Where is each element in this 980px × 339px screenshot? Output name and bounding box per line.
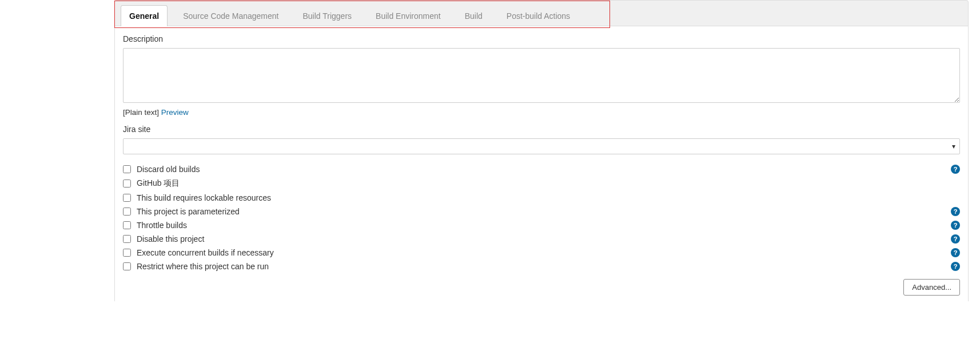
checkbox-label[interactable]: Discard old builds [137, 165, 200, 174]
checkbox-disable-project: Disable this project ? [115, 232, 968, 246]
tab-post-build-actions[interactable]: Post-build Actions [498, 5, 579, 26]
checkbox-label[interactable]: This project is parameterized [137, 207, 240, 216]
help-icon[interactable]: ? [951, 262, 960, 271]
checkbox-input-concurrent-builds[interactable] [123, 249, 131, 257]
checkbox-label[interactable]: Execute concurrent builds if necessary [137, 248, 274, 257]
checkbox-github-project: GitHub 项目 [115, 176, 968, 191]
description-label: Description [123, 34, 960, 43]
checkbox-label[interactable]: Disable this project [137, 234, 204, 244]
checkbox-label[interactable]: This build requires lockable resources [137, 193, 271, 202]
help-icon[interactable]: ? [951, 207, 960, 216]
tab-build[interactable]: Build [456, 5, 491, 26]
checkbox-input-restrict-run[interactable] [123, 262, 131, 270]
jira-site-select[interactable] [123, 138, 960, 154]
description-hint: [Plain text] Preview [123, 108, 960, 117]
help-icon[interactable]: ? [951, 221, 960, 230]
tab-build-triggers[interactable]: Build Triggers [294, 5, 360, 26]
description-textarea[interactable] [123, 48, 960, 103]
tab-build-environment[interactable]: Build Environment [367, 5, 449, 26]
checkbox-parameterized: This project is parameterized ? [115, 205, 968, 218]
checkbox-label[interactable]: GitHub 项目 [137, 178, 180, 189]
checkbox-concurrent-builds: Execute concurrent builds if necessary ? [115, 246, 968, 260]
checkbox-input-discard-old-builds[interactable] [123, 165, 131, 173]
checkbox-lockable-resources: This build requires lockable resources [115, 191, 968, 205]
checkbox-input-disable-project[interactable] [123, 235, 131, 243]
checkbox-input-parameterized[interactable] [123, 208, 131, 216]
advanced-button[interactable]: Advanced... [903, 279, 960, 296]
checkbox-discard-old-builds: Discard old builds ? [115, 162, 968, 176]
content-panel: Description [Plain text] Preview Jira si… [114, 26, 969, 301]
jira-section: Jira site ▾ [115, 117, 968, 154]
description-section: Description [Plain text] Preview [115, 26, 968, 117]
tab-general[interactable]: General [121, 5, 168, 26]
checkbox-input-github-project[interactable] [123, 180, 131, 188]
help-icon[interactable]: ? [951, 248, 960, 257]
help-icon[interactable]: ? [951, 234, 960, 244]
preview-link[interactable]: Preview [161, 108, 189, 117]
checkbox-input-throttle-builds[interactable] [123, 221, 131, 229]
checkbox-label[interactable]: Restrict where this project can be run [137, 262, 269, 271]
checkbox-restrict-run: Restrict where this project can be run ? [115, 260, 968, 273]
checkbox-throttle-builds: Throttle builds ? [115, 218, 968, 232]
checkbox-label[interactable]: Throttle builds [137, 221, 187, 230]
plain-text-indicator: [Plain text] [123, 108, 159, 117]
advanced-row: Advanced... [115, 273, 968, 301]
checkbox-input-lockable-resources[interactable] [123, 194, 131, 202]
tab-bar: General Source Code Management Build Tri… [114, 0, 969, 26]
help-icon[interactable]: ? [951, 165, 960, 174]
jira-label: Jira site [123, 125, 960, 134]
tab-source-code-management[interactable]: Source Code Management [174, 5, 287, 26]
